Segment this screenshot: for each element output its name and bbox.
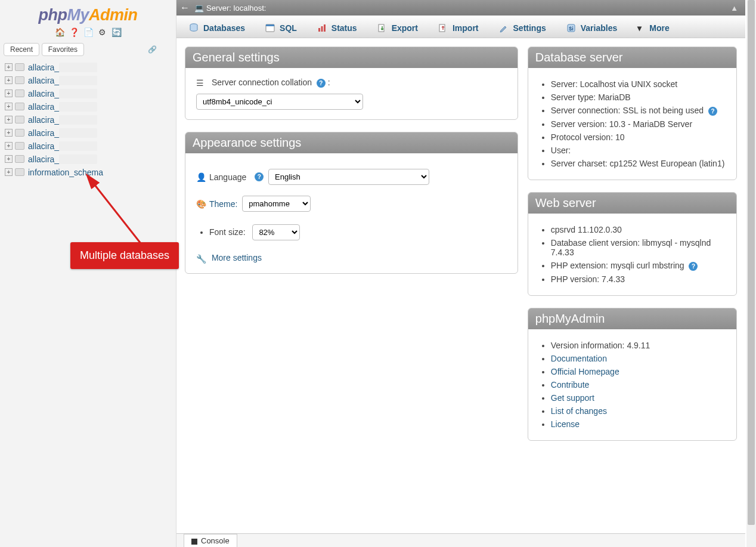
collation-select[interactable]: utf8mb4_unicode_ci (196, 94, 363, 110)
help-icon[interactable]: ❓ (69, 27, 79, 37)
list-item: License (551, 418, 726, 431)
database-name[interactable]: information_schema (28, 168, 103, 177)
tab-label: Status (331, 23, 357, 33)
database-name[interactable]: allacira_ (28, 128, 59, 138)
logo-part-admin: Admin (89, 6, 138, 24)
tab-more[interactable]: ▾ More (628, 18, 678, 38)
expand-icon[interactable]: + (5, 76, 13, 84)
collapse-panel-icon[interactable]: ▲ (730, 4, 738, 13)
expand-icon[interactable]: + (5, 129, 13, 137)
database-item[interactable]: + allacira_ (5, 140, 176, 153)
redacted-text (59, 115, 97, 125)
language-select[interactable]: English (268, 169, 429, 185)
vertical-scrollbar[interactable] (746, 0, 756, 547)
fontsize-select[interactable]: 82% (252, 224, 300, 240)
console-tab[interactable]: Console (184, 534, 237, 547)
contribute-link[interactable]: Contribute (551, 380, 590, 390)
help-icon[interactable]: ? (708, 107, 717, 116)
console-bar: Console (176, 533, 745, 547)
database-item[interactable]: + allacira_ (5, 126, 176, 140)
database-tree: + allacira_ + allacira_ + allacira_ + al… (0, 58, 176, 179)
panel-heading: Appearance settings (185, 132, 518, 153)
database-icon (15, 168, 24, 176)
database-item[interactable]: + allacira_ (5, 153, 176, 166)
tab-label: Settings (513, 23, 546, 33)
expand-icon[interactable]: + (5, 168, 13, 176)
sql-doc-icon[interactable]: 📄 (83, 27, 93, 37)
expand-icon[interactable]: + (5, 142, 13, 150)
sidebar: phpMyAdmin 🏠 ❓ 📄 ⚙ 🔄 Recent Favorites 🔗 … (0, 0, 176, 547)
theme-label[interactable]: Theme: (209, 199, 237, 209)
database-item[interactable]: + allacira_ (5, 113, 176, 126)
homepage-link[interactable]: Official Homepage (551, 367, 619, 376)
support-link[interactable]: Get support (551, 393, 594, 403)
doc-link[interactable]: Documentation (551, 354, 607, 363)
logo[interactable]: phpMyAdmin (0, 4, 176, 26)
database-name[interactable]: allacira_ (28, 63, 59, 72)
more-icon: ▾ (637, 23, 645, 33)
database-name[interactable]: allacira_ (28, 102, 59, 112)
dbserver-list: Server: Localhost via UNIX socket Server… (539, 78, 726, 170)
redacted-text (59, 102, 97, 112)
server-icon: 💻 (194, 4, 204, 13)
tab-label: Export (392, 23, 418, 33)
help-icon[interactable]: ? (317, 79, 326, 88)
tab-import[interactable]: Import (429, 18, 488, 38)
database-item[interactable]: + allacira_ (5, 74, 176, 87)
list-item: cpsrvd 11.102.0.30 (551, 223, 726, 236)
database-item[interactable]: + allacira_ (5, 87, 176, 100)
more-settings-link[interactable]: More settings (212, 253, 262, 262)
reload-icon[interactable]: 🔄 (111, 27, 121, 37)
expand-icon[interactable]: + (5, 89, 13, 97)
help-icon[interactable]: ? (689, 262, 698, 271)
database-item[interactable]: + allacira_ (5, 61, 176, 74)
database-name[interactable]: allacira_ (28, 154, 59, 164)
web-server-panel: Web server cpsrvd 11.102.0.30 Database c… (528, 192, 737, 296)
gear-icon[interactable]: ⚙ (97, 27, 107, 37)
tab-databases[interactable]: Databases (180, 18, 254, 38)
database-name[interactable]: allacira_ (28, 115, 59, 125)
theme-select[interactable]: pmahomme (242, 196, 311, 212)
database-item[interactable]: + information_schema (5, 166, 176, 179)
help-icon[interactable]: ? (255, 172, 264, 181)
scrollbar-thumb[interactable] (748, 0, 755, 525)
language-label: Language (209, 172, 246, 182)
database-name[interactable]: allacira_ (28, 76, 59, 85)
database-item[interactable]: + allacira_ (5, 100, 176, 113)
svg-rect-6 (324, 24, 326, 32)
favorites-tab[interactable]: Favorites (42, 43, 84, 56)
list-item: Server version: 10.3 - MariaDB Server (551, 118, 726, 131)
tab-label: More (649, 23, 669, 33)
logo-part-php: php (39, 6, 67, 24)
expand-icon[interactable]: + (5, 103, 13, 110)
tab-label: Variables (581, 23, 618, 33)
tab-export[interactable]: Export (368, 18, 427, 38)
list-item: Server type: MariaDB (551, 91, 726, 104)
svg-rect-5 (321, 26, 323, 32)
list-item: PHP extension: mysqli curl mbstring ? (551, 259, 726, 273)
database-name[interactable]: allacira_ (28, 141, 59, 151)
tab-sql[interactable]: SQL (256, 18, 306, 38)
expand-icon[interactable]: + (5, 155, 13, 163)
expand-icon[interactable]: + (5, 116, 13, 123)
link-icon[interactable]: 🔗 (148, 45, 157, 54)
license-link[interactable]: License (551, 419, 580, 429)
tab-settings[interactable]: Settings (490, 18, 555, 38)
tab-status[interactable]: Status (308, 18, 366, 38)
list-item: Version information: 4.9.11 (551, 339, 726, 352)
panel-heading: General settings (185, 47, 518, 68)
back-arrow-icon[interactable]: ← (180, 2, 190, 13)
database-icon (15, 116, 24, 123)
database-name[interactable]: allacira_ (28, 89, 59, 98)
changes-link[interactable]: List of changes (551, 406, 607, 416)
list-item: User: (551, 144, 726, 157)
tab-variables[interactable]: $i Variables (557, 18, 627, 38)
list-item: Server charset: cp1252 West European (la… (551, 157, 726, 170)
home-icon[interactable]: 🏠 (55, 27, 64, 37)
top-nav: Databases SQL Status Export Import (176, 16, 745, 38)
expand-icon[interactable]: + (5, 63, 13, 71)
list-item: Contribute (551, 378, 726, 391)
recent-tab[interactable]: Recent (4, 43, 39, 56)
left-column: General settings ☰ Server connection col… (185, 47, 518, 453)
breadcrumb: ← 💻 Server: localhost: ▲ (176, 0, 745, 16)
